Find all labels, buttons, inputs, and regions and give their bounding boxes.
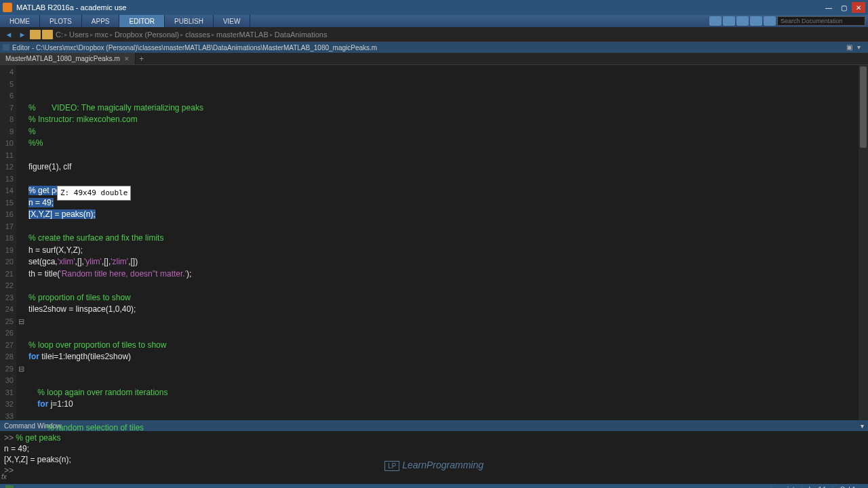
code-line[interactable]: figure(1), clf [28,161,856,174]
fold-column: ⊟⊟ [16,65,26,420]
code-line[interactable]: % Instructor: mikexcohen.com [28,114,856,126]
panel-actions-icon[interactable]: ▾ [861,422,864,430]
search-docs-input[interactable] [777,16,865,26]
cmd-line[interactable]: n = 49; [4,443,864,454]
help-icon[interactable] [764,16,776,26]
code-line[interactable]: % proportion of tiles to show [28,292,856,304]
code-line[interactable]: set(gca,'xlim',[],'ylim',[],'zlim',[]) [28,256,856,268]
fx-icon[interactable]: fx [1,472,7,483]
code-line[interactable] [28,375,856,387]
code-area[interactable]: Z: 49x49 double % VIDEO: The magically m… [26,65,859,420]
editor-header: Editor - C:\Users\mxc\Dropbox (Personal)… [0,42,868,53]
code-line[interactable] [28,150,856,162]
code-line[interactable]: [X,Y,Z] = peaks(n); [28,209,856,221]
toolstrip-tab-home[interactable]: HOME [0,15,40,27]
code-line[interactable]: % get peaks [28,185,856,197]
close-tab-icon[interactable]: ✕ [124,56,130,62]
code-line[interactable]: for tilei=1:length(tiles2show) [28,351,856,363]
code-line[interactable] [28,316,856,328]
editor-tabs: MasterMATLAB_1080_magicPeaks.m ✕ + [0,53,868,65]
code-line[interactable]: h = surf(X,Y,Z); [28,245,856,257]
minimize-button[interactable]: — [822,2,835,13]
code-line[interactable]: % create the surface and fix the limits [28,232,856,245]
command-window[interactable]: >> % get peaksn = 49;[X,Y,Z] = peaks(n);… [0,431,868,484]
breadcrumb-item[interactable]: classes [184,30,212,39]
code-line[interactable]: th = title('Random title here, doesn''t … [28,268,856,281]
new-tab-button[interactable]: + [136,53,148,64]
quick-action-icon[interactable] [709,16,722,26]
forward-button[interactable]: ► [16,29,28,40]
quick-action-icon[interactable] [736,16,749,26]
status-col: Col 1 [833,486,863,489]
ready-indicator-icon [5,485,14,488]
cmd-line[interactable]: >> % get peaks [4,432,864,443]
breadcrumb-item[interactable]: C: [54,30,64,39]
breadcrumb-item[interactable]: DataAnimations [273,30,329,39]
code-line[interactable] [28,411,856,423]
toolstrip: HOMEPLOTSAPPSEDITORPUBLISHVIEW [0,15,868,27]
editor-scrollbar[interactable] [859,65,868,420]
code-line[interactable] [28,221,856,233]
folder-up-icon[interactable] [42,30,53,39]
toolstrip-tab-view[interactable]: VIEW [214,15,251,27]
code-line[interactable]: % loop over proportion of tiles to show [28,340,856,352]
quick-action-icon[interactable] [723,16,735,26]
code-line[interactable] [28,363,856,375]
breadcrumb-item[interactable]: masterMATLAB [215,30,270,39]
code-line[interactable]: % loop again over random iterations [28,387,856,399]
dock-icon[interactable]: ▣ [846,43,854,52]
toolstrip-tab-editor[interactable]: EDITOR [119,15,165,27]
toolstrip-tab-apps[interactable]: APPS [82,15,120,27]
panel-actions-icon[interactable]: ▾ [857,43,865,52]
quick-action-icon[interactable] [750,16,762,26]
toolstrip-tab-publish[interactable]: PUBLISH [165,15,214,27]
address-bar: ◄ ► C: ▸ Users ▸ mxc ▸ Dropbox (Personal… [0,27,868,42]
folder-icon[interactable] [30,30,41,39]
code-line[interactable]: % [28,126,856,138]
code-line[interactable]: tiles2show = linspace(1,0,40); [28,304,856,316]
editor-file-path: Editor - C:\Users\mxc\Dropbox (Personal)… [12,44,377,52]
code-line[interactable] [28,280,856,292]
cmd-line[interactable]: >> [4,465,864,476]
code-line[interactable]: %% [28,138,856,150]
code-editor[interactable]: 4567891011121314151617181920212223242526… [0,65,868,420]
close-button[interactable]: ✕ [852,2,865,13]
code-line[interactable]: for j=1:10 [28,399,856,411]
toolstrip-quick-actions [707,15,868,27]
code-line[interactable]: % VIDEO: The magically materializing pea… [28,102,856,115]
status-mode: script [771,486,802,489]
code-line[interactable]: n = 49; [28,197,856,209]
status-line: Ln 14 [802,486,833,489]
status-bar: script Ln 14 Col 1 [0,484,868,488]
titlebar: MATLAB R2016a - academic use — ▢ ✕ [0,0,868,15]
file-tab-label: MasterMATLAB_1080_magicPeaks.m [5,55,120,62]
code-line[interactable] [28,174,856,186]
cmd-line[interactable]: [X,Y,Z] = peaks(n); [4,454,864,465]
editor-icon [3,44,9,51]
breadcrumb-item[interactable]: Users [68,30,90,39]
variable-tooltip: Z: 49x49 double [57,186,131,201]
breadcrumb-item[interactable]: mxc [94,30,110,39]
toolstrip-tab-plots[interactable]: PLOTS [40,15,82,27]
maximize-button[interactable]: ▢ [837,2,850,13]
line-number-gutter: 4567891011121314151617181920212223242526… [0,65,16,420]
matlab-logo-icon [3,3,12,12]
window-title: MATLAB R2016a - academic use [16,3,822,12]
file-tab[interactable]: MasterMATLAB_1080_magicPeaks.m ✕ [0,53,136,64]
breadcrumb-item[interactable]: Dropbox (Personal) [113,30,180,39]
code-line[interactable] [28,327,856,340]
scrollbar-thumb[interactable] [860,66,867,148]
back-button[interactable]: ◄ [3,29,15,40]
